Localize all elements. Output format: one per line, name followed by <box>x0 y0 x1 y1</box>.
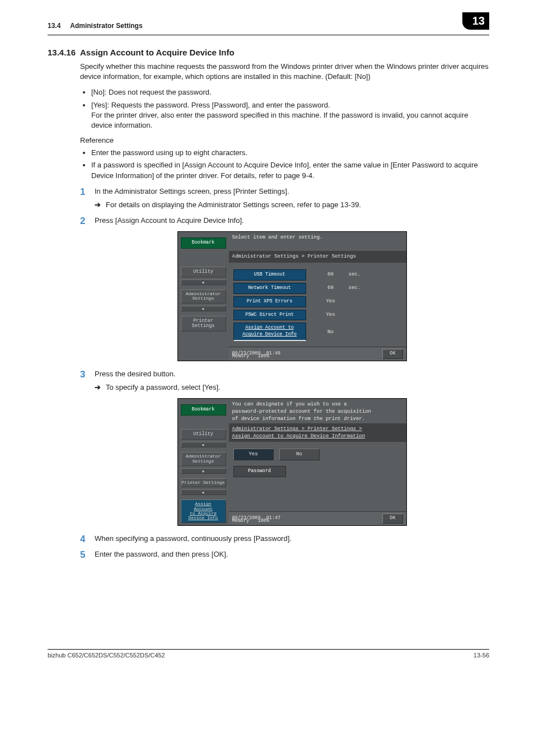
step-3: Press the desired button. ➔ To specify a… <box>80 369 489 526</box>
utility-button[interactable]: Utility <box>181 267 226 277</box>
step-4: When specifying a password, continuously… <box>80 534 489 544</box>
device-panel-1: Bookmark Utility ▾ Administrator Setting… <box>177 231 407 361</box>
subsection-title: Assign Account to Acquire Device Info <box>80 48 235 57</box>
bookmark-button[interactable]: Bookmark <box>181 404 226 415</box>
password-button[interactable]: Password <box>233 466 286 477</box>
usb-timeout-button[interactable]: USB Timeout <box>233 269 306 281</box>
usb-timeout-value: 60 <box>320 271 342 278</box>
header-section-title: Administrator Settings <box>70 22 142 30</box>
pswc-direct-print-value: Yes <box>320 311 342 319</box>
breadcrumb: Administrator Settings > Printer Setting… <box>229 251 406 263</box>
step-text: In the Administrator Settings screen, pr… <box>95 187 289 195</box>
print-xps-errors-button[interactable]: Print XPS Errors <box>233 296 306 307</box>
reference-heading: Reference <box>80 136 489 144</box>
print-xps-errors-value: Yes <box>320 298 342 305</box>
arrow-icon: ➔ <box>95 200 101 210</box>
breadcrumb: Administrator Settings > Printer Setting… <box>229 423 406 442</box>
down-arrow-icon: ▾ <box>181 468 226 474</box>
reference-bullet-list: Enter the password using up to eight cha… <box>80 148 489 181</box>
ok-button[interactable]: OK <box>382 514 402 524</box>
list-item: [Yes]: Requests the password. Press [Pas… <box>91 100 489 131</box>
memory-label: Memory <box>232 353 250 359</box>
assign-account-value: No <box>320 329 342 336</box>
intro-paragraph: Specify whether this machine requests th… <box>80 62 489 82</box>
step-text: Enter the password, and then press [OK]. <box>95 550 228 558</box>
memory-value: 100% <box>257 353 269 359</box>
header-section-number: 13.4 <box>48 22 60 30</box>
arrow-icon: ➔ <box>95 382 101 393</box>
bookmark-button[interactable]: Bookmark <box>181 237 226 248</box>
memory-label: Memory <box>232 518 250 524</box>
admin-settings-button[interactable]: Administrator Settings <box>181 452 226 466</box>
down-arrow-icon: ▾ <box>181 306 226 311</box>
substep-text: For details on displaying the Administra… <box>106 200 361 209</box>
printer-settings-button[interactable]: Printer Settings <box>181 478 226 487</box>
step-text: When specifying a password, continuously… <box>95 534 292 543</box>
panel-instruction: Select item and enter setting. <box>229 232 406 251</box>
assign-account-button[interactable]: Assign Account to Acquire Device Info <box>233 323 306 341</box>
steps-list: In the Administrator Settings screen, pr… <box>80 186 489 560</box>
step-1-substep: ➔ For details on displaying the Administ… <box>95 200 489 210</box>
assign-account-nav-button[interactable]: Assign Account to Acquire Device Info <box>181 500 226 523</box>
network-timeout-unit: sec. <box>349 284 361 292</box>
subsection-heading: 13.4.16 Assign Account to Acquire Device… <box>48 48 489 57</box>
step-text: Press [Assign Account to Acquire Device … <box>95 216 244 225</box>
substep-text: To specify a password, select [Yes]. <box>106 383 221 391</box>
intro-bullet-list: [No]: Does not request the password. [Ye… <box>80 87 489 130</box>
chapter-badge: 13 <box>462 12 489 30</box>
step-3-substep: ➔ To specify a password, select [Yes]. <box>95 382 489 393</box>
step-5: Enter the password, and then press [OK]. <box>80 549 489 559</box>
no-button[interactable]: No <box>279 449 320 460</box>
memory-value: 100% <box>257 518 269 524</box>
network-timeout-value: 60 <box>320 284 342 292</box>
down-arrow-icon: ▾ <box>181 442 226 447</box>
list-item: [No]: Does not request the password. <box>91 87 489 97</box>
step-2: Press [Assign Account to Acquire Device … <box>80 216 489 361</box>
subsection-number: 13.4.16 <box>48 48 80 57</box>
page-header: 13.4 Administrator Settings 13 <box>48 17 489 35</box>
footer-model: bizhub C652/C652DS/C552/C552DS/C452 <box>48 652 165 659</box>
down-arrow-icon: ▾ <box>181 489 226 495</box>
down-arrow-icon: ▾ <box>181 279 226 285</box>
network-timeout-button[interactable]: Network Timeout <box>233 283 306 294</box>
utility-button[interactable]: Utility <box>181 429 226 440</box>
step-1: In the Administrator Settings screen, pr… <box>80 186 489 210</box>
page-footer: bizhub C652/C652DS/C552/C552DS/C452 13-5… <box>48 649 489 659</box>
footer-page-number: 13-56 <box>474 652 489 659</box>
list-item: Enter the password using up to eight cha… <box>91 148 489 158</box>
list-item: If a password is specified in [Assign Ac… <box>91 160 489 180</box>
step-text: Press the desired button. <box>95 370 176 378</box>
usb-timeout-unit: sec. <box>349 271 361 278</box>
device-panel-2: Bookmark Utility ▾ Administrator Setting… <box>177 398 407 525</box>
pswc-direct-print-button[interactable]: PSWC Direct Print <box>233 310 306 321</box>
yes-button[interactable]: Yes <box>233 449 274 460</box>
admin-settings-button[interactable]: Administrator Settings <box>181 290 226 304</box>
printer-settings-button[interactable]: Printer Settings <box>181 316 226 332</box>
panel-instruction: You can designate if you wish to use a p… <box>229 399 406 423</box>
ok-button[interactable]: OK <box>382 349 402 359</box>
